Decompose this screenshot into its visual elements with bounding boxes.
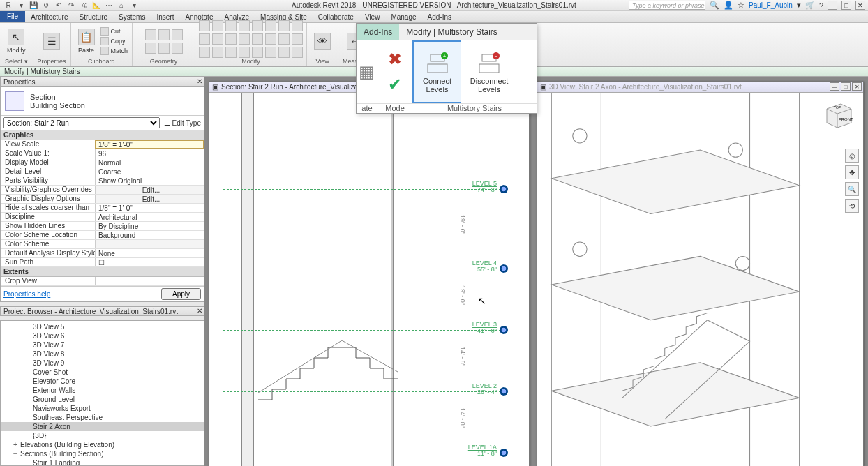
overlay-tab-addins[interactable]: Add-Ins [357,24,399,40]
tab-architecture[interactable]: Architecture [25,12,73,22]
search-input[interactable]: Type a keyword or phrase [629,1,705,10]
geometry-tools[interactable] [145,29,183,54]
open-icon[interactable]: ▾ [17,1,25,10]
properties-help-link[interactable]: Properties help [3,290,50,298]
section-canvas[interactable]: LEVEL 574' - 8"LEVEL 455' - 8"19' - 0"LE… [209,93,529,466]
close-button[interactable]: ✕ [855,1,865,10]
tab-view[interactable]: View [359,12,386,22]
property-row[interactable]: Scale Value 1:96 [1,149,204,158]
browser-category[interactable]: +Elevations (Building Elevation) [1,440,204,449]
instance-selector[interactable]: Section: Stair 2 Run [3,117,160,128]
exchange-icon[interactable]: ▾ [797,1,801,10]
level-head-icon[interactable] [500,264,508,273]
3d-view-window[interactable]: ▣ 3D View: Stair 2 Axon - Architecture_V… [537,81,864,466]
help-icon[interactable]: ? [819,1,823,10]
signin-icon[interactable]: 👤 [724,1,733,10]
browser-item[interactable]: 3D View 9 [1,359,204,368]
tab-insert[interactable]: Insert [151,12,179,22]
undo-icon[interactable]: ↶ [54,1,63,10]
level-line[interactable] [223,269,501,269]
browser-item[interactable]: Stair 2 Axon [1,422,204,431]
3d-view-title[interactable]: ▣ 3D View: Stair 2 Axon - Architecture_V… [537,82,863,93]
browser-item[interactable]: Cover Shot [1,368,204,377]
star-icon[interactable]: ☆ [738,1,744,10]
property-row[interactable]: Parts VisibilityShow Original [1,176,204,186]
qat-icon[interactable]: ▾ [130,1,138,10]
finish-icon[interactable]: ✔ [382,72,407,97]
connect-levels-button[interactable]: + Connect Levels [412,40,461,103]
sync-icon[interactable]: ↺ [42,1,50,10]
create-group-icon[interactable]: ▦ [354,59,380,84]
restore-button[interactable]: □ [841,82,851,91]
cart-icon[interactable]: 🛒 [805,1,815,10]
property-row[interactable]: Color Scheme [1,240,204,249]
level-head-icon[interactable] [500,449,508,457]
project-browser-title[interactable]: Project Browser - Architecture_Visualiza… [0,306,204,316]
view-button[interactable]: 👁 [311,31,334,51]
type-selector[interactable]: Section Building Section [1,87,204,116]
search-icon[interactable]: 🔍 [710,1,719,10]
tab-manage[interactable]: Manage [385,12,421,22]
minimize-button[interactable]: — [828,1,837,10]
cancel-icon[interactable]: ✖ [382,47,407,72]
orbit-icon[interactable]: ⟲ [845,199,859,213]
properties-palette-title[interactable]: Properties ✕ [0,77,204,87]
property-row[interactable]: Default Analysis Display StyleNone [1,249,204,258]
browser-item[interactable]: 3D View 8 [1,350,204,359]
tab-structure[interactable]: Structure [73,12,113,22]
browser-item[interactable]: Exterior Walls [1,386,204,395]
level-head-icon[interactable] [500,387,508,396]
properties-button[interactable]: ☰ [40,31,63,51]
file-tab[interactable]: File [0,10,25,22]
level-head-icon[interactable] [500,326,508,334]
level-line[interactable] [223,453,501,453]
edit-type-button[interactable]: ☰Edit Type [164,119,201,127]
browser-item[interactable]: 3D View 5 [1,322,204,331]
browser-category[interactable]: −Sections (Building Section) [1,449,204,458]
browser-list[interactable]: 3D View 53D View 63D View 73D View 83D V… [1,321,204,465]
level-head-icon[interactable] [500,185,508,193]
tab-systems[interactable]: Systems [113,12,151,22]
pan-icon[interactable]: ✥ [845,165,859,179]
section-view-window[interactable]: ▣ Section: Stair 2 Run - Architecture_Vi… [209,81,530,466]
close-icon[interactable]: ✕ [197,77,202,85]
property-row[interactable]: Show Hidden LinesBy Discipline [1,222,204,231]
close-icon[interactable]: ✕ [197,307,202,315]
close-button[interactable]: ✕ [852,82,862,91]
disconnect-levels-button[interactable]: − Disconnect Levels [461,40,517,103]
property-row[interactable]: Sun Path☐ [1,258,204,267]
print-icon[interactable]: 🖨 [80,1,88,10]
tab-addins[interactable]: Add-Ins [422,12,457,22]
full-nav-wheel-icon[interactable]: ◎ [845,149,859,163]
property-row[interactable]: Display ModelNormal [1,158,204,167]
browser-item[interactable]: Southeast Perspective [1,413,204,422]
qat-icon[interactable]: ⌂ [117,1,126,10]
user-link[interactable]: Paul_F_Aubin [749,1,793,9]
browser-item[interactable]: Elevator Core [1,377,204,386]
cut-button[interactable]: Cut [100,27,128,36]
apply-button[interactable]: Apply [161,288,201,300]
save-icon[interactable]: 💾 [29,1,38,10]
modify-tools[interactable] [199,20,303,58]
overlay-tab-modify[interactable]: Modify | Multistory Stairs [399,24,537,40]
match-button[interactable]: Match [100,47,128,55]
maximize-button[interactable]: □ [841,1,851,10]
property-row[interactable]: Hide at scales coarser than1/8" = 1'-0" [1,204,204,213]
browser-item[interactable]: Stair 1 Landing [1,458,204,465]
modify-button[interactable]: ↖Modify [4,27,29,55]
browser-item[interactable]: Ground Level [1,395,204,404]
copy-button[interactable]: Copy [100,37,128,45]
property-row[interactable]: Crop View [1,277,204,286]
property-row[interactable]: DisciplineArchitectural [1,213,204,222]
property-row[interactable]: Color Scheme LocationBackground [1,231,204,240]
3d-canvas[interactable]: FRONTTOP ◎ ✥ 🔍 ⟲ [537,93,863,466]
browser-item[interactable]: 3D View 7 [1,340,204,350]
property-row[interactable]: Graphic Display OptionsEdit... [1,195,204,204]
measure-icon[interactable]: 📐 [92,1,100,10]
view-cube[interactable]: FRONTTOP [820,98,855,133]
browser-item[interactable]: Navisworks Export [1,404,204,413]
property-row[interactable]: Detail LevelCoarse [1,167,204,176]
browser-item[interactable]: 3D View 6 [1,331,204,340]
browser-item[interactable]: {3D} [1,431,204,440]
navigation-bar[interactable]: ◎ ✥ 🔍 ⟲ [845,149,859,213]
